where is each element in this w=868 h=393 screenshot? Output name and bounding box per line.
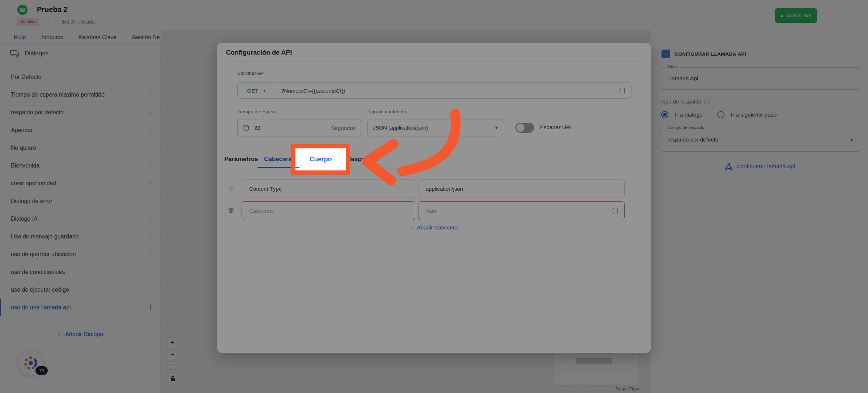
tab-underline-fragment	[295, 167, 299, 168]
tab-border-fragment	[295, 169, 346, 169]
annotation-dim-overlay	[0, 0, 868, 393]
app-root: ☎ Prueba 2 Inactivo · Bot de entrada ▶ A…	[0, 0, 868, 393]
highlighted-tab-label[interactable]: Cuerpo	[295, 156, 346, 163]
annotation-highlight-box: Cuerpo	[291, 144, 350, 175]
